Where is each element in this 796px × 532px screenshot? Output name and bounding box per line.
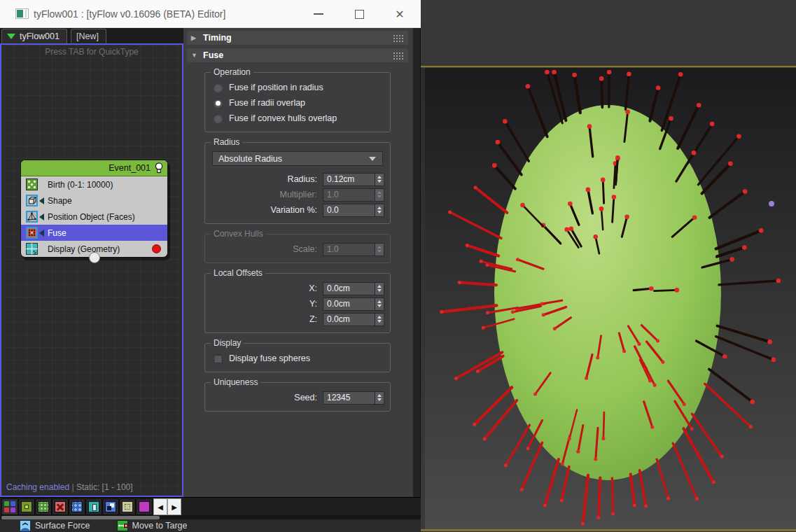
category-tab-birth[interactable] xyxy=(18,498,35,515)
group-local-offsets: Local Offsets X: 0.0cm Y: 0.0cm Z: 0.0cm xyxy=(204,273,391,333)
spinner-control[interactable] xyxy=(375,314,384,326)
app-window-icon xyxy=(15,8,29,19)
lightbulb-icon[interactable] xyxy=(155,162,163,174)
shape-icon xyxy=(26,195,38,206)
field-seed: Seed: 12345 xyxy=(211,390,384,405)
radius-input[interactable]: 0.12cm xyxy=(323,173,384,186)
category-tab-material[interactable] xyxy=(136,498,153,515)
quicktype-hint: Press TAB for QuickType xyxy=(1,47,182,57)
scale-input: 1.0 xyxy=(323,243,384,256)
fuse-icon xyxy=(26,227,38,239)
radio-icon[interactable] xyxy=(214,83,223,92)
event-output-connector[interactable] xyxy=(89,252,100,263)
field-scale: Scale: 1.0 xyxy=(211,241,384,257)
group-radius: Radius Absolute Radius Radius: 0.12cm Mu… xyxy=(204,142,391,224)
material-category-icon xyxy=(139,501,150,512)
spinner-control[interactable] xyxy=(375,204,384,216)
spinner-control[interactable] xyxy=(375,392,384,404)
spinner-control[interactable] xyxy=(375,174,384,186)
field-offset-x: X: 0.0cm xyxy=(211,281,384,296)
operator-label: Position Object (Faces) xyxy=(48,212,135,222)
category-tab-all[interactable] xyxy=(1,498,18,515)
group-convex-hulls: Convex Hulls Scale: 1.0 xyxy=(204,234,391,263)
input-connector-icon[interactable] xyxy=(39,197,44,204)
rollout-title: Fuse xyxy=(203,50,223,60)
minimize-button[interactable] xyxy=(305,0,333,28)
operator-row-shape[interactable]: Shape xyxy=(21,192,167,209)
birth-category-icon xyxy=(21,501,32,512)
radio-fuse-position-in-radius[interactable]: Fuse if position in radius xyxy=(211,80,384,95)
radio-icon[interactable] xyxy=(214,114,223,123)
test-category-icon xyxy=(122,501,133,512)
spinner-control xyxy=(375,244,384,255)
operator-label: Fuse xyxy=(48,228,67,238)
variation-input[interactable]: 0.0 xyxy=(323,204,384,217)
field-offset-y: Y: 0.0cm xyxy=(211,296,384,312)
event-node-header[interactable]: Event_001 xyxy=(21,160,167,176)
radio-fuse-radii-overlap[interactable]: Fuse if radii overlap xyxy=(211,95,384,111)
input-connector-icon[interactable] xyxy=(39,230,44,237)
tab-tyflow001[interactable]: tyFlow001 xyxy=(1,29,67,43)
operator-row-birth[interactable]: Birth (0-1: 10000) xyxy=(21,176,167,192)
cache-statusline[interactable]: Caching enabled | Static: [1 - 100] xyxy=(6,482,133,492)
group-display: Display Display fuse spheres xyxy=(204,343,391,372)
radius-type-dropdown[interactable]: Absolute Radius xyxy=(212,151,383,166)
event-title: Event_001 xyxy=(109,163,151,173)
category-tab-display[interactable] xyxy=(102,498,119,515)
caching-status[interactable]: Caching enabled xyxy=(6,482,69,492)
rollout-panel: ▶ Timing ▼ Fuse Operation Fuse if positi… xyxy=(183,28,413,497)
category-tab-shape[interactable] xyxy=(85,498,102,515)
shape-category-icon xyxy=(88,501,99,512)
radio-fuse-convex-hulls-overlap[interactable]: Fuse if convex hulls overlap xyxy=(211,111,384,126)
seed-input[interactable]: 12345 xyxy=(323,391,384,405)
display-icon xyxy=(26,243,38,255)
tab-new[interactable]: [New] xyxy=(71,29,106,43)
rollout-fuse[interactable]: ▼ Fuse xyxy=(187,48,408,62)
depot-item-move-to-target[interactable]: Move to Target xyxy=(117,520,187,531)
scrollbar-thumb[interactable] xyxy=(1,516,160,519)
operator-label: Shape xyxy=(48,196,72,206)
spinner-control[interactable] xyxy=(375,283,384,295)
radio-icon-selected[interactable] xyxy=(214,99,223,108)
maximize-button[interactable] xyxy=(345,0,373,28)
spinner-control[interactable] xyxy=(375,298,384,310)
toolbar-scroll-arrows: ◀ ▶ xyxy=(153,498,181,515)
rollout-timing[interactable]: ▶ Timing xyxy=(187,31,408,45)
offset-z-input[interactable]: 0.0cm xyxy=(323,313,384,326)
offset-x-input[interactable]: 0.0cm xyxy=(323,282,384,295)
depot-item-surface-force[interactable]: Surface Force xyxy=(20,520,90,531)
multiplier-input: 1.0 xyxy=(323,188,384,202)
viewport-canvas[interactable] xyxy=(421,0,796,532)
checkbox-icon[interactable] xyxy=(214,354,223,363)
close-button[interactable]: ✕ xyxy=(386,0,414,28)
category-tab-delete[interactable] xyxy=(52,498,69,515)
category-tab-test[interactable] xyxy=(119,498,136,515)
event-node[interactable]: Event_001 Birth (0-1: 10000) xyxy=(20,160,168,258)
category-tab-force[interactable] xyxy=(35,498,52,515)
force-category-icon xyxy=(38,501,49,512)
position-category-icon xyxy=(71,501,83,512)
dropdown-arrow-icon xyxy=(369,157,376,161)
rollout-title: Timing xyxy=(203,33,232,43)
flow-tabstrip: tyFlow001 [New] xyxy=(0,28,183,43)
delete-category-icon xyxy=(55,501,66,512)
minimize-icon xyxy=(314,13,323,15)
category-tab-position[interactable] xyxy=(69,498,85,515)
drag-grip-icon[interactable] xyxy=(393,52,403,59)
scroll-right-button[interactable]: ▶ xyxy=(167,498,181,515)
spinner-control xyxy=(375,189,384,201)
move-to-target-icon xyxy=(117,520,128,531)
drag-grip-icon[interactable] xyxy=(393,34,403,42)
operator-row-fuse[interactable]: Fuse xyxy=(21,225,167,241)
input-connector-icon[interactable] xyxy=(39,214,44,220)
scroll-left-button[interactable]: ◀ xyxy=(153,498,167,515)
checkbox-display-fuse-spheres[interactable]: Display fuse spheres xyxy=(211,351,384,366)
birth-icon xyxy=(26,178,38,190)
offset-y-input[interactable]: 0.0cm xyxy=(323,298,384,311)
operator-row-position-object[interactable]: Position Object (Faces) xyxy=(21,209,167,225)
group-uniqueness: Uniqueness Seed: 12345 xyxy=(204,382,391,412)
display-active-dot[interactable] xyxy=(152,244,161,253)
node-editor-canvas[interactable]: Press TAB for QuickType Event_001 Birth … xyxy=(0,43,183,497)
surface-force-icon xyxy=(20,520,31,531)
all-operators-icon xyxy=(4,501,15,512)
